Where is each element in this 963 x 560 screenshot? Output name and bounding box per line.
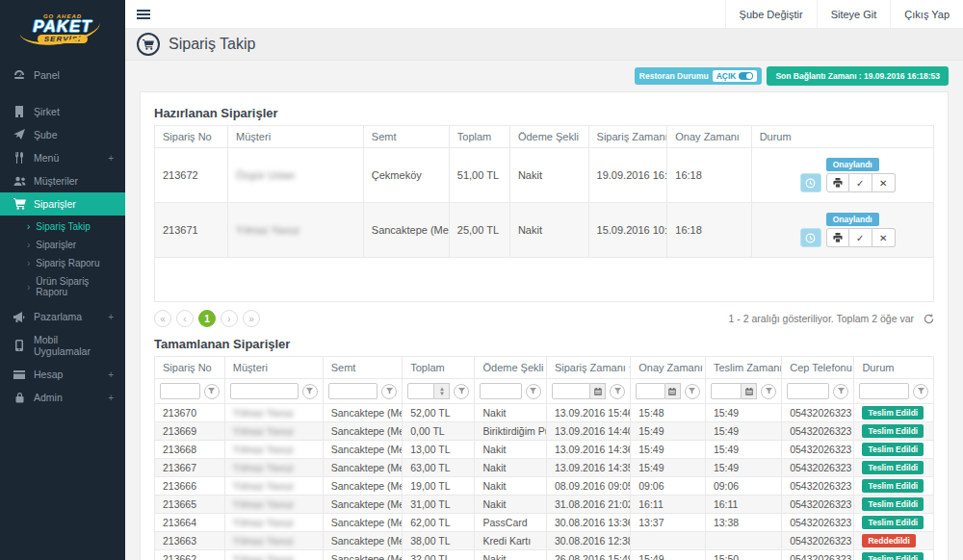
sidebar-item-admin[interactable]: Admin + <box>0 386 125 409</box>
filter-funnel-icon[interactable] <box>685 384 700 399</box>
filter-funnel-icon[interactable] <box>833 384 848 399</box>
col-header[interactable]: Semt <box>323 357 403 379</box>
filter-approve-time-input[interactable] <box>636 383 665 399</box>
calendar-icon[interactable] <box>590 383 606 399</box>
filter-funnel-icon[interactable] <box>454 384 469 399</box>
hamburger-menu-icon[interactable] <box>125 0 162 29</box>
col-header-sorted[interactable]: Sipariş Zamanı <box>546 357 630 379</box>
lock-icon <box>12 392 27 403</box>
sidebar-item-mobil-uygulamalar[interactable]: Mobil Uygulamalar <box>0 328 125 363</box>
calendar-icon[interactable] <box>665 383 681 399</box>
col-header[interactable]: Müşteri <box>228 126 364 148</box>
col-header[interactable]: Teslim Zamanı <box>705 357 781 379</box>
sidebar-item-hesap[interactable]: Hesap + <box>0 363 125 386</box>
logout-link[interactable]: Çıkış Yap <box>890 0 963 28</box>
col-header[interactable]: Sipariş No <box>155 357 225 379</box>
filter-funnel-icon[interactable] <box>302 384 318 399</box>
prepared-orders-table: Sipariş No Müşteri Semt Toplam Ödeme Şek… <box>154 125 934 302</box>
filter-order-no-input[interactable] <box>160 383 200 399</box>
order-detail-button[interactable] <box>800 173 821 192</box>
col-header[interactable]: Onay Zamanı <box>631 357 706 379</box>
district-cell: Çekmeköy <box>363 148 449 203</box>
col-header[interactable]: Müşteri <box>224 357 323 379</box>
calendar-icon[interactable] <box>742 383 757 399</box>
filter-funnel-icon[interactable] <box>381 384 397 399</box>
filter-funnel-icon[interactable] <box>913 384 928 399</box>
col-header[interactable]: Toplam <box>449 126 509 148</box>
customer-name: Yılmaz Yavuz <box>233 444 294 455</box>
restaurant-status-badge[interactable]: Restoran Durumu AÇIK <box>635 67 763 85</box>
expand-plus-icon[interactable]: + <box>108 369 114 380</box>
number-spinner[interactable]: ▲▼ <box>434 383 450 399</box>
sidebar-subitem-siparis-raporu[interactable]: › Sipariş Raporu <box>0 254 125 272</box>
phone-cell: 05432026323 <box>782 532 854 550</box>
sidebar-item-menu[interactable]: Menü + <box>0 146 125 169</box>
col-header[interactable]: Sipariş No <box>155 126 228 148</box>
print-button[interactable] <box>826 173 849 192</box>
expand-plus-icon[interactable]: + <box>108 153 114 164</box>
col-header[interactable]: Sipariş Zamanı <box>588 126 667 148</box>
filter-deliver-time-input[interactable] <box>711 383 742 399</box>
filter-funnel-icon[interactable] <box>610 384 625 399</box>
print-button[interactable] <box>826 228 849 247</box>
restaurant-toggle[interactable] <box>739 72 753 80</box>
col-header[interactable]: Onay Zamanı <box>667 126 751 148</box>
cancel-button[interactable]: ✕ <box>872 173 896 192</box>
col-header[interactable]: Toplam <box>403 357 475 379</box>
page-first-button[interactable]: « <box>154 310 171 327</box>
page-next-button[interactable]: › <box>221 310 238 327</box>
district-cell: Sancaktepe (Merkez) <box>323 532 403 550</box>
page-last-button[interactable]: » <box>243 310 260 327</box>
customer-cell: Yılmaz Yavuz <box>224 550 323 560</box>
col-header[interactable]: Ödeme Şekli <box>509 126 588 148</box>
app-logo[interactable]: GO AHEAD PAKET SERVİSİ <box>0 0 125 56</box>
col-header[interactable]: Durum <box>854 357 934 379</box>
filter-funnel-icon[interactable] <box>526 384 541 399</box>
cancel-button[interactable]: ✕ <box>872 228 896 247</box>
sidebar-item-sirket[interactable]: Şirket <box>0 100 125 123</box>
approve-button[interactable]: ✓ <box>849 228 872 247</box>
page-current-button[interactable]: 1 <box>198 310 216 327</box>
district-cell: Sancaktepe (Merkez) <box>323 422 403 441</box>
filter-funnel-icon[interactable] <box>204 384 220 399</box>
sidebar-item-musteriler[interactable]: Müşteriler <box>0 169 125 192</box>
sidebar-item-panel[interactable]: Panel <box>0 64 125 87</box>
building-icon <box>12 106 27 117</box>
filter-district-input[interactable] <box>328 383 378 399</box>
refresh-icon[interactable] <box>924 314 934 324</box>
customer-cell: Yılmaz Yavuz <box>224 441 323 459</box>
sidebar-item-siparisler[interactable]: Siparişler <box>0 192 125 216</box>
expand-plus-icon[interactable]: + <box>108 312 114 322</box>
filter-total-input[interactable] <box>407 383 434 399</box>
status-cell: Teslim Edildi <box>854 404 934 422</box>
phone-cell: 05432026323 <box>782 422 854 441</box>
page-prev-button[interactable]: ‹ <box>176 310 194 327</box>
status-badge: Teslim Edildi <box>862 424 924 438</box>
change-branch-link[interactable]: Şube Değiştir <box>725 0 817 28</box>
customer-cell: Yılmaz Yavuz <box>224 477 323 496</box>
topbar-links: Şube Değiştir Siteye Git Çıkış Yap <box>725 0 963 28</box>
expand-plus-icon[interactable]: + <box>108 393 114 403</box>
col-header[interactable]: Semt <box>363 126 449 148</box>
go-to-site-link[interactable]: Siteye Git <box>817 0 891 28</box>
page-title: Sipariş Takip <box>169 36 255 53</box>
col-header[interactable]: Cep Telefonu <box>782 357 854 379</box>
filter-phone-input[interactable] <box>787 383 829 399</box>
col-header[interactable]: Durum <box>751 126 933 148</box>
approve-button[interactable]: ✓ <box>849 173 872 192</box>
col-header[interactable]: Ödeme Şekli <box>475 357 546 379</box>
deliver-time-cell: 09:06 <box>705 477 781 496</box>
sidebar-subitem-urun-siparis-raporu[interactable]: › Ürün Sipariş Raporu <box>0 272 125 301</box>
sidebar-subitem-siparisler[interactable]: › Siparişler <box>0 236 125 254</box>
filter-order-time-input[interactable] <box>552 383 590 399</box>
filter-customer-input[interactable] <box>230 383 299 399</box>
sidebar-subitem-siparis-takip[interactable]: › Sipariş Takip <box>0 217 125 236</box>
total-cell: 31,00 TL <box>403 496 475 514</box>
filter-payment-input[interactable] <box>480 383 521 399</box>
sidebar-item-pazarlama[interactable]: Pazarlama + <box>0 305 125 328</box>
sidebar-item-sube[interactable]: Şube <box>0 123 125 146</box>
credit-card-icon <box>12 370 27 379</box>
filter-funnel-icon[interactable] <box>761 384 776 399</box>
filter-status-input[interactable] <box>859 383 909 399</box>
order-detail-button[interactable] <box>800 228 821 247</box>
